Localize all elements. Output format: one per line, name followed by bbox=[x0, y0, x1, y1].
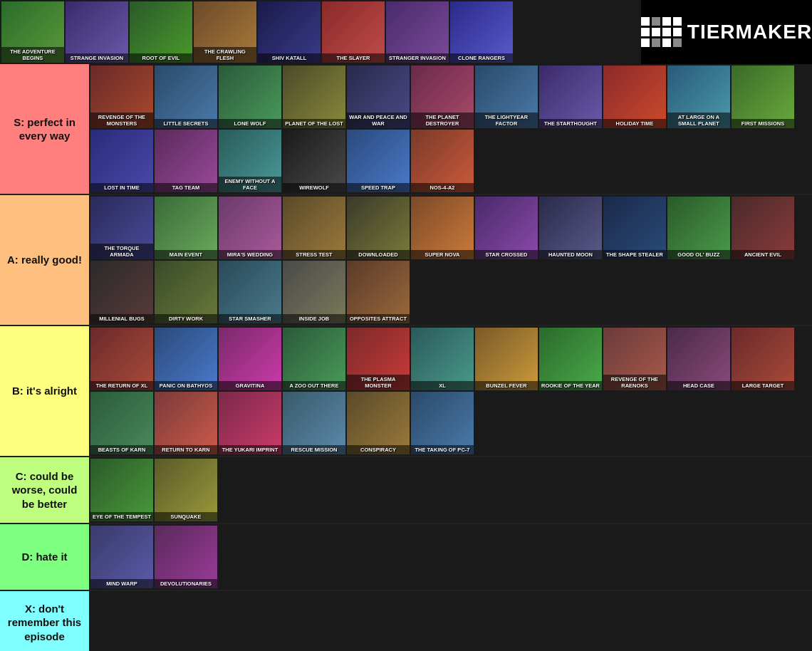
logo-grid-cell bbox=[641, 17, 650, 26]
tier-card-plasma[interactable]: THE PLASMA MONSTER bbox=[347, 328, 410, 390]
card-label: SUPER NOVA bbox=[411, 250, 474, 259]
card-label: MAIN EVENT bbox=[155, 250, 217, 259]
tier-card-torque[interactable]: THE TORQUE ARMADA bbox=[90, 197, 153, 259]
tier-label-x: X: don't remember this episode bbox=[0, 591, 89, 651]
card-label: REVENGE OF THE RAENOKS bbox=[603, 375, 666, 390]
card-label: STAR CROSSED bbox=[475, 250, 538, 259]
header-card-slayer[interactable]: THE SLAYER bbox=[322, 1, 385, 63]
tier-card-sunquake[interactable]: SUNQUAKE bbox=[155, 459, 217, 521]
card-label: THE CRAWLING FLESH bbox=[194, 47, 256, 63]
logo-grid-cell bbox=[673, 28, 682, 36]
tier-card-mind[interactable]: MIND WARP bbox=[90, 526, 153, 588]
card-label: THE YUKARI IMPRINT bbox=[219, 445, 281, 454]
card-label: ENEMY WITHOUT A FACE bbox=[219, 177, 281, 192]
tier-row-b: B: it's alright THE RETURN OF XL PANIC O… bbox=[0, 326, 812, 457]
tier-card-millenial[interactable]: MILLENIAL BUGS bbox=[90, 261, 153, 323]
tier-card-bunzel[interactable]: BUNZEL FEVER bbox=[475, 328, 538, 390]
logo-grid-cell bbox=[641, 38, 650, 47]
tier-card-miras[interactable]: MIRA'S WEDDING bbox=[219, 197, 281, 259]
tier-card-revenge-rae[interactable]: REVENGE OF THE RAENOKS bbox=[603, 328, 666, 390]
tier-list: THE ADVENTURE BEGINS STRANGE INVASION RO… bbox=[0, 0, 812, 651]
tier-card-revenge[interactable]: REVENGE OF THE MONSTERS bbox=[90, 66, 153, 128]
card-label: DIRTY WORK bbox=[155, 314, 217, 323]
tier-label-b: B: it's alright bbox=[0, 326, 89, 456]
card-label: WIREWOLF bbox=[283, 183, 345, 192]
card-label: FIRST MISSIONS bbox=[732, 119, 794, 128]
tier-card-enemy[interactable]: ENEMY WITHOUT A FACE bbox=[219, 130, 281, 192]
tier-card-haunted[interactable]: HAUNTED MOON bbox=[539, 197, 602, 259]
card-label: STRESS TEST bbox=[283, 250, 345, 259]
tier-card-star-thought[interactable]: THE STARTHOUGHT bbox=[539, 66, 602, 128]
tier-card-main[interactable]: MAIN EVENT bbox=[155, 197, 217, 259]
card-label: STRANGE INVASION bbox=[66, 53, 128, 63]
tier-card-star-smasher[interactable]: STAR SMASHER bbox=[219, 261, 281, 323]
card-label: STAR SMASHER bbox=[219, 314, 281, 323]
card-label: INSIDE JOB bbox=[283, 314, 345, 323]
card-label: SUNQUAKE bbox=[155, 512, 217, 521]
tier-card-lone[interactable]: LONE WOLF bbox=[219, 66, 281, 128]
card-label: MILLENIAL BUGS bbox=[90, 314, 153, 323]
header-card-crawling[interactable]: THE CRAWLING FLESH bbox=[194, 1, 256, 63]
card-label: GOOD OL' BUZZ bbox=[667, 250, 730, 259]
header-card-clone[interactable]: CLONE RANGERS bbox=[450, 1, 513, 63]
tier-card-opposites[interactable]: OPPOSITES ATTRACT bbox=[347, 261, 410, 323]
tier-card-rescue[interactable]: RESCUE MISSION bbox=[283, 392, 345, 454]
card-label: LONE WOLF bbox=[219, 119, 281, 128]
tier-card-conspiracy[interactable]: CONSPIRACY bbox=[347, 392, 410, 454]
tier-card-return-karn[interactable]: RETURN TO KARN bbox=[155, 392, 217, 454]
card-label: EYE OF THE TEMPEST bbox=[90, 512, 153, 521]
tier-card-lightyear[interactable]: THE LIGHTYEAR FACTOR bbox=[475, 66, 538, 128]
header-card-shiv[interactable]: SHIV KATALL bbox=[258, 1, 321, 63]
tier-card-inside[interactable]: INSIDE JOB bbox=[283, 261, 345, 323]
tier-card-good-buzz[interactable]: GOOD OL' BUZZ bbox=[667, 197, 730, 259]
card-label: THE PLANET DESTROYER bbox=[411, 113, 474, 128]
tier-card-yukari[interactable]: THE YUKARI IMPRINT bbox=[219, 392, 281, 454]
tier-card-speed[interactable]: SPEED TRAP bbox=[347, 130, 410, 192]
tier-card-war[interactable]: WAR AND PEACE AND WAR bbox=[347, 66, 410, 128]
tier-card-large-target[interactable]: LARGE TARGET bbox=[732, 328, 794, 390]
header-card-root[interactable]: ROOT OF EVIL bbox=[130, 1, 192, 63]
tier-card-panic[interactable]: PANIC ON BATHYOS bbox=[155, 328, 217, 390]
tier-card-dirty[interactable]: DIRTY WORK bbox=[155, 261, 217, 323]
tier-card-supernova[interactable]: SUPER NOVA bbox=[411, 197, 474, 259]
card-label: OPPOSITES ATTRACT bbox=[347, 314, 410, 323]
card-label: THE TORQUE ARMADA bbox=[90, 244, 153, 259]
card-label: LARGE TARGET bbox=[732, 381, 794, 390]
tier-card-planet-lost[interactable]: PLANET OF THE LOST bbox=[283, 66, 345, 128]
tier-card-taking[interactable]: THE TAKING OF PC-7 bbox=[411, 392, 474, 454]
tier-card-nos[interactable]: NOS-4-A2 bbox=[411, 130, 474, 192]
card-label: DOWNLOADED bbox=[347, 250, 410, 259]
tier-card-head[interactable]: HEAD CASE bbox=[667, 328, 730, 390]
logo-grid-cell bbox=[652, 38, 660, 47]
card-label: THE PLASMA MONSTER bbox=[347, 375, 410, 390]
tier-card-ancient[interactable]: ANCIENT EVIL bbox=[732, 197, 794, 259]
tier-card-downloaded[interactable]: DOWNLOADED bbox=[347, 197, 410, 259]
tier-card-tag[interactable]: TAG TEAM bbox=[155, 130, 217, 192]
tier-card-little[interactable]: LITTLE SECRETS bbox=[155, 66, 217, 128]
tier-card-holiday[interactable]: HOLIDAY TIME bbox=[603, 66, 666, 128]
card-label: MIND WARP bbox=[90, 579, 153, 588]
tier-card-return-xl[interactable]: THE RETURN OF XL bbox=[90, 328, 153, 390]
tier-card-devol[interactable]: DEVOLUTIONARIES bbox=[155, 526, 217, 588]
tier-card-gravitina[interactable]: GRAVITINA bbox=[219, 328, 281, 390]
header-card-strange[interactable]: STRANGE INVASION bbox=[66, 1, 128, 63]
tier-card-xl[interactable]: XL bbox=[411, 328, 474, 390]
card-label: THE SHAPE STEALER bbox=[603, 250, 666, 259]
card-label: BUNZEL FEVER bbox=[475, 381, 538, 390]
tier-card-zoo[interactable]: A ZOO OUT THERE bbox=[283, 328, 345, 390]
header-card-adventure[interactable]: THE ADVENTURE BEGINS bbox=[1, 1, 64, 63]
tier-card-shape[interactable]: THE SHAPE STEALER bbox=[603, 197, 666, 259]
card-label: LOST IN TIME bbox=[90, 183, 153, 192]
tier-card-star-crossed[interactable]: STAR CROSSED bbox=[475, 197, 538, 259]
header-card-stranger-inv[interactable]: STRANGER INVASION bbox=[386, 1, 449, 63]
tier-card-eye[interactable]: EYE OF THE TEMPEST bbox=[90, 459, 153, 521]
card-label: RESCUE MISSION bbox=[283, 445, 345, 454]
tier-card-first[interactable]: FIRST MISSIONS bbox=[732, 66, 794, 128]
tier-card-stress[interactable]: STRESS TEST bbox=[283, 197, 345, 259]
tier-card-planet-dest[interactable]: THE PLANET DESTROYER bbox=[411, 66, 474, 128]
tier-card-rookie[interactable]: ROOKIE OF THE YEAR bbox=[539, 328, 602, 390]
tier-card-beasts[interactable]: BEASTS OF KARN bbox=[90, 392, 153, 454]
tier-card-wirewolf[interactable]: WIREWOLF bbox=[283, 130, 345, 192]
tier-card-large-planet[interactable]: AT LARGE ON A SMALL PLANET bbox=[667, 66, 730, 128]
tier-card-lost[interactable]: LOST IN TIME bbox=[90, 130, 153, 192]
